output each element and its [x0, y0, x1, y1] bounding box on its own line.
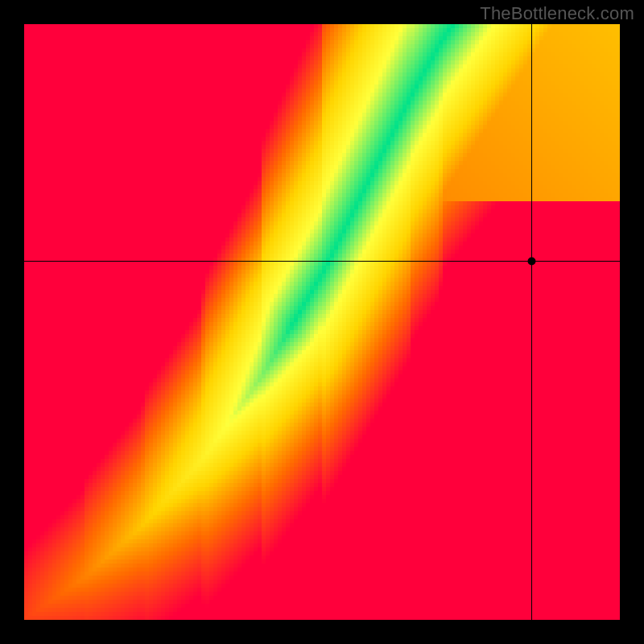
heatmap-canvas	[24, 24, 620, 620]
brand-watermark: TheBottleneck.com	[480, 3, 634, 24]
figure-root: TheBottleneck.com	[0, 0, 644, 644]
heatmap-plot	[24, 24, 620, 620]
